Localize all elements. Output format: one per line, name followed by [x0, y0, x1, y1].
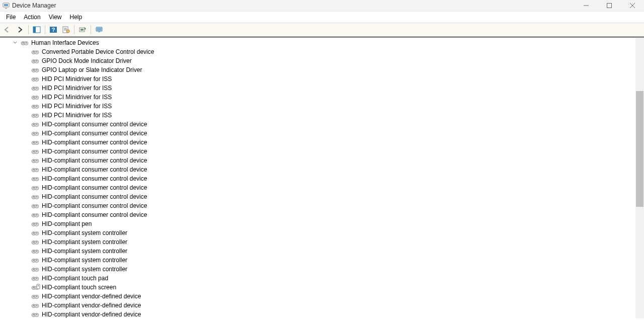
device-label: HID-compliant system controller [42, 257, 127, 264]
device-item[interactable]: HID-compliant consumer control device [0, 183, 644, 192]
forward-button[interactable] [14, 24, 26, 35]
show-hide-tree-button[interactable] [31, 24, 43, 35]
svg-point-45 [36, 106, 37, 107]
svg-point-37 [36, 88, 37, 89]
device-icon [31, 184, 40, 192]
chevron-down-icon[interactable] [13, 40, 18, 45]
device-icon [31, 301, 40, 309]
device-label: HID PCI Minidriver for ISS [42, 85, 112, 92]
device-item[interactable]: HID-compliant touch screen [0, 283, 644, 292]
svg-point-69 [36, 160, 37, 161]
device-item[interactable]: GPIO Dock Mode Indicator Driver [0, 56, 644, 65]
device-icon [31, 310, 40, 318]
device-item[interactable]: HID-compliant vendor-defined device [0, 292, 644, 301]
device-item[interactable]: HID-compliant consumer control device [0, 156, 644, 165]
minimize-button[interactable] [575, 0, 598, 11]
svg-point-116 [33, 269, 34, 270]
device-label: HID-compliant consumer control device [42, 193, 147, 200]
help-button[interactable]: ? [47, 24, 59, 35]
device-item[interactable]: HID-compliant touch pad [0, 274, 644, 283]
svg-point-53 [36, 124, 37, 125]
svg-point-65 [36, 151, 37, 152]
device-icon [31, 84, 40, 92]
svg-point-40 [33, 97, 34, 98]
scan-hardware-button[interactable] [76, 24, 89, 35]
svg-point-29 [36, 69, 37, 70]
device-item[interactable]: HID PCI Minidriver for ISS [0, 102, 644, 111]
device-icon [31, 220, 40, 228]
tree-category-hid[interactable]: Human Interface Devices [0, 38, 644, 47]
device-label: HID-compliant vendor-defined device [42, 302, 141, 309]
device-item[interactable]: Converted Portable Device Control device [0, 47, 644, 56]
device-item[interactable]: HID-compliant consumer control device [0, 138, 644, 147]
device-item[interactable]: GPIO Laptop or Slate Indicator Driver [0, 65, 644, 74]
svg-point-96 [33, 223, 34, 224]
device-label: HID-compliant consumer control device [42, 121, 147, 128]
device-item[interactable]: HID-compliant pen [0, 219, 644, 228]
device-item[interactable]: HID-compliant consumer control device [0, 165, 644, 174]
svg-point-97 [36, 223, 37, 224]
device-item[interactable]: HID-compliant system controller [0, 247, 644, 256]
properties-button[interactable] [60, 24, 72, 35]
svg-point-21 [36, 51, 37, 52]
device-item[interactable]: HID-compliant system controller [0, 265, 644, 274]
device-label: HID-compliant vendor-defined device [42, 311, 141, 318]
vertical-scrollbar[interactable] [635, 38, 644, 318]
menu-view[interactable]: View [45, 13, 66, 22]
device-label: HID-compliant consumer control device [42, 175, 147, 182]
menu-action[interactable]: Action [20, 13, 44, 22]
device-item[interactable]: HID PCI Minidriver for ISS [0, 74, 644, 84]
device-item[interactable]: HID PCI Minidriver for ISS [0, 84, 644, 93]
device-icon [31, 283, 40, 291]
device-item[interactable]: HID-compliant system controller [0, 237, 644, 247]
device-item[interactable]: HID-compliant system controller [0, 256, 644, 265]
device-item[interactable]: HID PCI Minidriver for ISS [0, 111, 644, 120]
device-label: HID-compliant consumer control device [42, 211, 147, 218]
svg-point-76 [33, 178, 34, 179]
device-item[interactable]: HID-compliant vendor-defined device [0, 310, 644, 318]
device-label: HID-compliant system controller [42, 266, 127, 273]
svg-point-113 [36, 260, 37, 261]
svg-point-17 [26, 42, 27, 43]
device-label: HID PCI Minidriver for ISS [42, 75, 112, 83]
device-tree[interactable]: Human Interface DevicesConverted Portabl… [0, 38, 644, 318]
monitor-button[interactable] [93, 24, 105, 35]
menu-file[interactable]: File [2, 13, 20, 22]
svg-point-109 [36, 251, 37, 252]
device-icon [31, 129, 40, 137]
device-item[interactable]: HID-compliant consumer control device [0, 174, 644, 183]
back-button[interactable] [2, 24, 14, 35]
device-label: HID-compliant touch pad [42, 275, 108, 282]
close-button[interactable] [621, 0, 644, 11]
device-item[interactable]: HID-compliant consumer control device [0, 147, 644, 156]
device-item[interactable]: HID-compliant consumer control device [0, 210, 644, 219]
svg-point-68 [33, 160, 34, 161]
svg-point-49 [36, 115, 37, 116]
device-item[interactable]: HID-compliant vendor-defined device [0, 301, 644, 310]
device-item[interactable]: HID-compliant consumer control device [0, 120, 644, 129]
svg-point-24 [33, 60, 34, 61]
device-icon [31, 66, 40, 74]
svg-point-73 [36, 169, 37, 170]
svg-point-48 [33, 115, 34, 116]
toolbar: ? [0, 23, 644, 37]
device-label: HID-compliant consumer control device [42, 184, 147, 191]
device-item[interactable]: HID-compliant consumer control device [0, 192, 644, 201]
device-item[interactable]: HID-compliant consumer control device [0, 129, 644, 138]
device-item[interactable]: HID-compliant consumer control device [0, 201, 644, 210]
menu-help[interactable]: Help [66, 13, 87, 22]
maximize-button[interactable] [598, 0, 621, 11]
device-label: HID PCI Minidriver for ISS [42, 94, 112, 101]
device-item[interactable]: HID PCI Minidriver for ISS [0, 93, 644, 102]
device-icon [31, 111, 40, 119]
device-icon [31, 75, 40, 83]
svg-point-89 [36, 205, 37, 206]
scrollbar-thumb[interactable] [636, 91, 643, 207]
device-item[interactable]: HID-compliant system controller [0, 228, 644, 237]
toolbar-separator [45, 25, 45, 34]
svg-point-137 [36, 314, 37, 315]
svg-point-57 [36, 133, 37, 134]
category-label: Human Interface Devices [31, 39, 99, 46]
device-label: HID-compliant consumer control device [42, 166, 147, 173]
svg-point-133 [36, 305, 37, 306]
